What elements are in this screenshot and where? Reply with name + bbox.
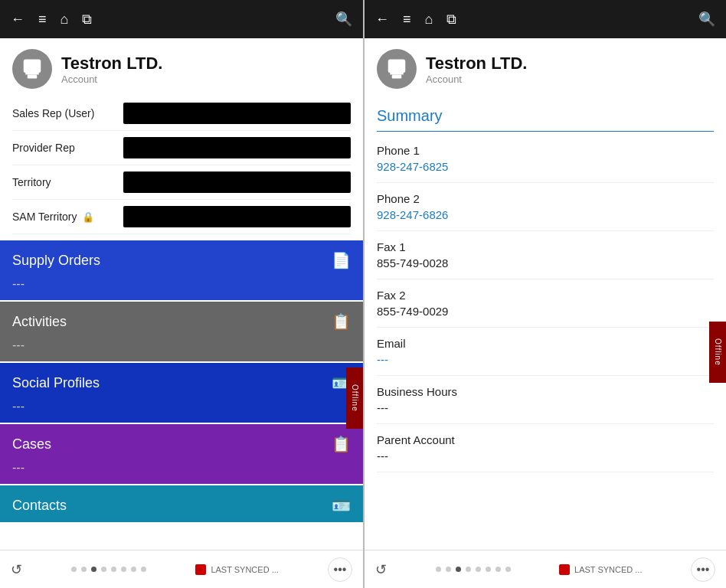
right-sync-label: LAST SYNCED ... — [574, 565, 642, 574]
field-value-sam-territory — [123, 206, 351, 227]
activities-icon: 📋 — [332, 312, 351, 331]
left-offline-tab: Offline — [346, 368, 363, 429]
field-business-hours: Business Hours --- — [377, 376, 714, 424]
left-back-icon[interactable]: ← — [11, 11, 25, 28]
right-avatar-icon — [385, 57, 408, 80]
right-sync-area: LAST SYNCED ... — [559, 564, 642, 575]
svg-rect-2 — [25, 73, 39, 75]
dot-7 — [131, 567, 136, 572]
supply-orders-card[interactable]: Supply Orders 📄 --- — [0, 240, 363, 302]
cases-card[interactable]: Cases 📋 --- — [0, 424, 363, 485]
field-parent-account-value: --- — [377, 449, 714, 462]
left-sync-red-indicator — [195, 564, 206, 575]
right-dots — [436, 567, 511, 572]
activities-title: Activities — [12, 314, 67, 330]
dot-8 — [141, 567, 146, 572]
field-label-sales-rep: Sales Rep (User) — [12, 107, 123, 119]
svg-rect-1 — [28, 75, 38, 79]
social-profiles-title: Social Profiles — [12, 375, 100, 391]
contacts-card[interactable]: Contacts 🪪 — [0, 485, 363, 524]
field-phone2-label: Phone 2 — [377, 192, 714, 205]
field-row-territory: Territory — [12, 165, 351, 200]
right-search-icon[interactable]: 🔍 — [698, 11, 715, 28]
left-account-header: Testron LTD. Account — [0, 38, 363, 96]
right-account-name: Testron LTD. — [426, 54, 527, 74]
field-phone1-value[interactable]: 928-247-6825 — [377, 160, 714, 173]
svg-rect-4 — [392, 75, 402, 79]
dot-5 — [111, 567, 116, 572]
field-value-provider-rep — [123, 137, 351, 158]
cases-sub: --- — [0, 461, 363, 484]
avatar-icon — [21, 57, 44, 80]
right-offline-tab: Offline — [709, 322, 726, 383]
right-dot-2 — [446, 567, 451, 572]
supply-orders-title: Supply Orders — [12, 253, 100, 269]
left-menu-icon[interactable]: ≡ — [38, 11, 47, 28]
dot-3 — [91, 567, 96, 572]
left-cards-container: Supply Orders 📄 --- Activities 📋 --- Soc… — [0, 240, 363, 550]
left-bottom-bar: ↺ LAST SYNCED ... ••• — [0, 550, 363, 588]
contacts-icon: 🪪 — [332, 496, 351, 514]
right-avatar — [377, 49, 417, 89]
field-fax1-label: Fax 1 — [377, 240, 714, 253]
right-more-button[interactable]: ••• — [691, 557, 715, 582]
right-menu-icon[interactable]: ≡ — [403, 11, 411, 28]
dot-4 — [101, 567, 106, 572]
field-phone1-label: Phone 1 — [377, 144, 714, 157]
right-refresh-icon[interactable]: ↺ — [375, 561, 387, 578]
dot-2 — [81, 567, 87, 572]
field-label-territory: Territory — [12, 176, 123, 188]
left-fields-section: Sales Rep (User) Provider Rep Territory … — [0, 96, 363, 234]
field-fax2-label: Fax 2 — [377, 289, 714, 302]
field-fax2: Fax 2 855-749-0029 — [377, 279, 714, 328]
lock-icon: 🔒 — [82, 211, 94, 223]
field-phone2-value[interactable]: 928-247-6826 — [377, 208, 714, 221]
dot-6 — [121, 567, 126, 572]
svg-rect-5 — [390, 73, 404, 75]
field-parent-account: Parent Account --- — [377, 424, 714, 472]
left-refresh-icon[interactable]: ↺ — [11, 561, 22, 578]
right-home-icon[interactable]: ⌂ — [425, 11, 433, 28]
left-sync-label: LAST SYNCED ... — [211, 565, 278, 574]
field-label-sam-territory: SAM Territory 🔒 — [12, 211, 123, 223]
field-business-hours-label: Business Hours — [377, 385, 714, 398]
cases-icon: 📋 — [332, 435, 351, 453]
right-dot-8 — [505, 567, 511, 572]
right-bottom-bar: ↺ LAST SYNCED ... ••• — [365, 550, 726, 588]
field-email-label: Email — [377, 337, 714, 350]
left-dots — [71, 567, 146, 572]
field-fax1-value: 855-749-0028 — [377, 256, 714, 270]
left-home-icon[interactable]: ⌂ — [60, 11, 69, 28]
right-window-icon[interactable]: ⧉ — [446, 11, 456, 28]
right-dot-1 — [436, 567, 441, 572]
field-value-sales-rep — [123, 103, 351, 124]
supply-orders-icon: 📄 — [332, 251, 351, 270]
field-email-value[interactable]: --- — [377, 353, 714, 366]
svg-rect-3 — [388, 60, 406, 74]
left-search-icon[interactable]: 🔍 — [335, 11, 352, 28]
left-window-icon[interactable]: ⧉ — [82, 11, 92, 28]
right-summary-section: Summary Phone 1 928-247-6825 Phone 2 928… — [365, 96, 726, 550]
field-phone2: Phone 2 928-247-6826 — [377, 183, 714, 231]
field-phone1: Phone 1 928-247-6825 — [377, 135, 714, 183]
left-panel: ← ≡ ⌂ ⧉ 🔍 Testron LTD. Account Sales Rep… — [0, 0, 363, 588]
field-row-sam-territory: SAM Territory 🔒 — [12, 200, 351, 234]
left-account-type: Account — [61, 74, 162, 85]
right-nav-bar: ← ≡ ⌂ ⧉ 🔍 — [365, 0, 726, 38]
right-account-type: Account — [426, 74, 527, 85]
social-profiles-card[interactable]: Social Profiles 🪪 --- — [0, 363, 363, 424]
right-back-icon[interactable]: ← — [375, 11, 389, 28]
left-sync-area: LAST SYNCED ... — [195, 564, 278, 575]
field-value-territory — [123, 172, 351, 193]
right-dot-6 — [486, 567, 491, 572]
field-business-hours-value: --- — [377, 401, 714, 414]
left-more-button[interactable]: ••• — [328, 557, 352, 582]
right-sync-red-indicator — [559, 564, 570, 575]
right-dot-3 — [456, 567, 461, 572]
field-fax1: Fax 1 855-749-0028 — [377, 231, 714, 279]
supply-orders-sub: --- — [0, 277, 363, 300]
right-dot-7 — [495, 567, 501, 572]
field-parent-account-label: Parent Account — [377, 433, 714, 446]
activities-card[interactable]: Activities 📋 --- — [0, 302, 363, 363]
contacts-title: Contacts — [12, 498, 67, 514]
